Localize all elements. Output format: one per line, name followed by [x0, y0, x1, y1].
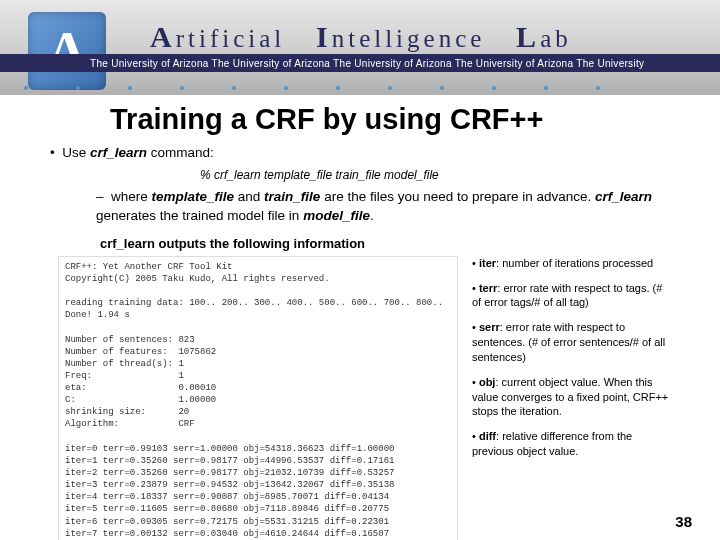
definitions: • iter: number of iterations processed •…	[458, 256, 690, 540]
page-number: 38	[675, 513, 692, 530]
header-banner: A Artificial Intelligence Lab The Univer…	[0, 0, 720, 95]
def-iter: • iter: number of iterations processed	[472, 256, 672, 271]
outputs-label: crf_learn outputs the following informat…	[100, 235, 690, 253]
bullet-use-command: • Use crf_learn command:	[50, 144, 690, 163]
two-column: CRF++: Yet Another CRF Tool Kit Copyrigh…	[40, 256, 690, 540]
banner-bar-text: The University of Arizona The University…	[0, 58, 644, 69]
console-output: CRF++: Yet Another CRF Tool Kit Copyrigh…	[58, 256, 458, 540]
banner-title: Artificial Intelligence Lab	[150, 20, 572, 54]
slide-title: Training a CRF by using CRF++	[110, 103, 720, 136]
def-diff: • diff: relative difference from the pre…	[472, 429, 672, 459]
command-line: % crf_learn template_file train_file mod…	[200, 167, 690, 184]
bullet-explain: – where template_file and train_file are…	[96, 188, 690, 226]
def-terr: • terr: error rate with respect to tags.…	[472, 281, 672, 311]
def-obj: • obj: current object value. When this v…	[472, 375, 672, 420]
banner-dots	[0, 76, 720, 96]
banner-bar: The University of Arizona The University…	[0, 54, 720, 72]
def-serr: • serr: error rate with respect to sente…	[472, 320, 672, 365]
content: • Use crf_learn command: % crf_learn tem…	[0, 144, 720, 540]
